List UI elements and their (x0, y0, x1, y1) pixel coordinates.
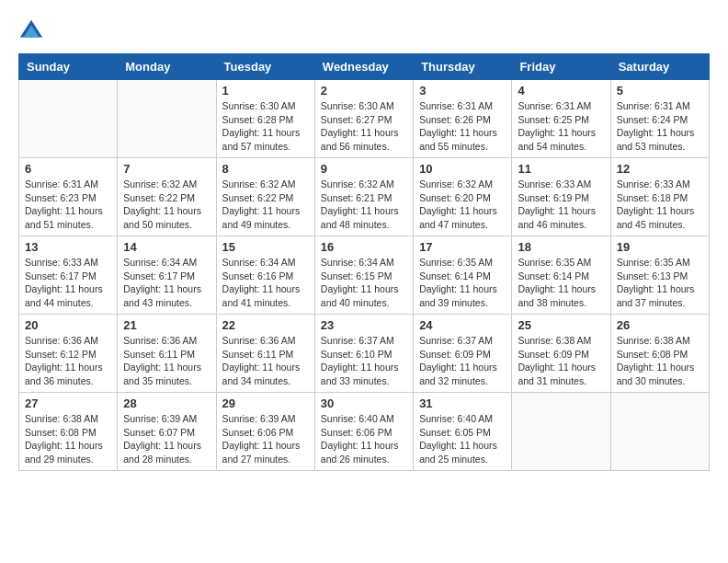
calendar-cell: 20Sunrise: 6:36 AM Sunset: 6:12 PM Dayli… (19, 315, 118, 393)
day-info: Sunrise: 6:40 AM Sunset: 6:06 PM Dayligh… (321, 412, 407, 466)
day-info: Sunrise: 6:39 AM Sunset: 6:06 PM Dayligh… (222, 412, 309, 466)
day-info: Sunrise: 6:35 AM Sunset: 6:14 PM Dayligh… (419, 256, 506, 310)
day-number: 16 (321, 240, 407, 254)
calendar-week-3: 13Sunrise: 6:33 AM Sunset: 6:17 PM Dayli… (19, 236, 710, 315)
day-header-thursday: Thursday (414, 54, 512, 80)
day-info: Sunrise: 6:32 AM Sunset: 6:22 PM Dayligh… (123, 178, 210, 232)
calendar-cell: 11Sunrise: 6:33 AM Sunset: 6:19 PM Dayli… (512, 158, 610, 236)
calendar-cell: 24Sunrise: 6:37 AM Sunset: 6:09 PM Dayli… (414, 315, 512, 393)
calendar-cell: 22Sunrise: 6:36 AM Sunset: 6:11 PM Dayli… (216, 315, 314, 393)
calendar-cell: 4Sunrise: 6:31 AM Sunset: 6:25 PM Daylig… (512, 80, 610, 158)
header-row: SundayMondayTuesdayWednesdayThursdayFrid… (19, 54, 710, 80)
calendar-cell: 9Sunrise: 6:32 AM Sunset: 6:21 PM Daylig… (314, 158, 413, 236)
calendar-header: SundayMondayTuesdayWednesdayThursdayFrid… (19, 54, 710, 80)
day-info: Sunrise: 6:37 AM Sunset: 6:09 PM Dayligh… (419, 334, 506, 388)
day-number: 1 (222, 84, 309, 98)
calendar-cell: 13Sunrise: 6:33 AM Sunset: 6:17 PM Dayli… (19, 236, 118, 315)
calendar-cell: 5Sunrise: 6:31 AM Sunset: 6:24 PM Daylig… (610, 80, 709, 158)
calendar-cell: 18Sunrise: 6:35 AM Sunset: 6:14 PM Dayli… (512, 236, 610, 315)
day-number: 17 (419, 240, 506, 254)
day-number: 18 (518, 240, 604, 254)
day-info: Sunrise: 6:34 AM Sunset: 6:15 PM Dayligh… (321, 256, 407, 310)
day-number: 27 (25, 396, 111, 410)
day-number: 11 (518, 162, 604, 176)
day-number: 31 (419, 396, 506, 410)
day-header-sunday: Sunday (19, 54, 118, 80)
day-number: 5 (617, 84, 703, 98)
calendar-cell: 8Sunrise: 6:32 AM Sunset: 6:22 PM Daylig… (216, 158, 314, 236)
day-number: 3 (419, 84, 506, 98)
calendar-cell (610, 393, 709, 471)
calendar-week-1: 1Sunrise: 6:30 AM Sunset: 6:28 PM Daylig… (19, 80, 710, 158)
page-header (18, 18, 710, 44)
calendar-cell: 28Sunrise: 6:39 AM Sunset: 6:07 PM Dayli… (118, 393, 216, 471)
calendar-cell: 30Sunrise: 6:40 AM Sunset: 6:06 PM Dayli… (314, 393, 413, 471)
calendar-cell: 23Sunrise: 6:37 AM Sunset: 6:10 PM Dayli… (314, 315, 413, 393)
day-number: 10 (419, 162, 506, 176)
day-info: Sunrise: 6:35 AM Sunset: 6:13 PM Dayligh… (617, 256, 703, 310)
day-number: 23 (321, 318, 407, 332)
logo (18, 18, 48, 44)
calendar-cell: 15Sunrise: 6:34 AM Sunset: 6:16 PM Dayli… (216, 236, 314, 315)
calendar-cell (118, 80, 216, 158)
logo-icon (18, 18, 44, 44)
day-info: Sunrise: 6:38 AM Sunset: 6:09 PM Dayligh… (518, 334, 604, 388)
calendar-cell: 27Sunrise: 6:38 AM Sunset: 6:08 PM Dayli… (19, 393, 118, 471)
calendar-week-5: 27Sunrise: 6:38 AM Sunset: 6:08 PM Dayli… (19, 393, 710, 471)
day-info: Sunrise: 6:38 AM Sunset: 6:08 PM Dayligh… (617, 334, 703, 388)
day-number: 29 (222, 396, 309, 410)
day-info: Sunrise: 6:31 AM Sunset: 6:25 PM Dayligh… (518, 99, 604, 154)
day-header-tuesday: Tuesday (216, 54, 314, 80)
calendar-cell: 12Sunrise: 6:33 AM Sunset: 6:18 PM Dayli… (610, 158, 709, 236)
day-number: 28 (123, 396, 210, 410)
day-info: Sunrise: 6:40 AM Sunset: 6:05 PM Dayligh… (419, 412, 506, 466)
calendar-week-2: 6Sunrise: 6:31 AM Sunset: 6:23 PM Daylig… (19, 158, 710, 236)
day-info: Sunrise: 6:37 AM Sunset: 6:10 PM Dayligh… (321, 334, 407, 388)
day-number: 7 (123, 162, 210, 176)
day-info: Sunrise: 6:34 AM Sunset: 6:16 PM Dayligh… (222, 256, 309, 310)
day-header-saturday: Saturday (610, 54, 709, 80)
day-info: Sunrise: 6:32 AM Sunset: 6:21 PM Dayligh… (321, 178, 407, 232)
day-number: 2 (321, 84, 407, 98)
calendar-cell: 16Sunrise: 6:34 AM Sunset: 6:15 PM Dayli… (314, 236, 413, 315)
day-info: Sunrise: 6:36 AM Sunset: 6:11 PM Dayligh… (222, 334, 309, 388)
day-header-friday: Friday (512, 54, 610, 80)
day-info: Sunrise: 6:32 AM Sunset: 6:20 PM Dayligh… (419, 178, 506, 232)
calendar-cell: 19Sunrise: 6:35 AM Sunset: 6:13 PM Dayli… (610, 236, 709, 315)
day-info: Sunrise: 6:35 AM Sunset: 6:14 PM Dayligh… (518, 256, 604, 310)
day-info: Sunrise: 6:30 AM Sunset: 6:28 PM Dayligh… (222, 99, 309, 154)
calendar-cell: 31Sunrise: 6:40 AM Sunset: 6:05 PM Dayli… (414, 393, 512, 471)
day-info: Sunrise: 6:33 AM Sunset: 6:17 PM Dayligh… (25, 256, 111, 310)
calendar-cell: 17Sunrise: 6:35 AM Sunset: 6:14 PM Dayli… (414, 236, 512, 315)
calendar-cell: 26Sunrise: 6:38 AM Sunset: 6:08 PM Dayli… (610, 315, 709, 393)
day-number: 19 (617, 240, 703, 254)
day-info: Sunrise: 6:33 AM Sunset: 6:18 PM Dayligh… (617, 178, 703, 232)
day-info: Sunrise: 6:36 AM Sunset: 6:12 PM Dayligh… (25, 334, 111, 388)
day-number: 14 (123, 240, 210, 254)
day-number: 15 (222, 240, 309, 254)
calendar-cell: 21Sunrise: 6:36 AM Sunset: 6:11 PM Dayli… (118, 315, 216, 393)
calendar-cell (512, 393, 610, 471)
day-header-wednesday: Wednesday (314, 54, 413, 80)
day-info: Sunrise: 6:39 AM Sunset: 6:07 PM Dayligh… (123, 412, 210, 466)
calendar-cell: 29Sunrise: 6:39 AM Sunset: 6:06 PM Dayli… (216, 393, 314, 471)
day-number: 12 (617, 162, 703, 176)
day-number: 22 (222, 318, 309, 332)
day-info: Sunrise: 6:34 AM Sunset: 6:17 PM Dayligh… (123, 256, 210, 310)
day-number: 24 (419, 318, 506, 332)
calendar-body: 1Sunrise: 6:30 AM Sunset: 6:28 PM Daylig… (19, 80, 710, 471)
calendar-cell: 3Sunrise: 6:31 AM Sunset: 6:26 PM Daylig… (414, 80, 512, 158)
day-number: 9 (321, 162, 407, 176)
day-info: Sunrise: 6:36 AM Sunset: 6:11 PM Dayligh… (123, 334, 210, 388)
day-info: Sunrise: 6:30 AM Sunset: 6:27 PM Dayligh… (321, 99, 407, 154)
day-info: Sunrise: 6:31 AM Sunset: 6:23 PM Dayligh… (25, 178, 111, 232)
calendar-cell: 1Sunrise: 6:30 AM Sunset: 6:28 PM Daylig… (216, 80, 314, 158)
day-info: Sunrise: 6:38 AM Sunset: 6:08 PM Dayligh… (25, 412, 111, 466)
calendar-table: SundayMondayTuesdayWednesdayThursdayFrid… (18, 53, 710, 471)
calendar-cell: 2Sunrise: 6:30 AM Sunset: 6:27 PM Daylig… (314, 80, 413, 158)
calendar-cell (19, 80, 118, 158)
day-number: 6 (25, 162, 111, 176)
calendar-cell: 14Sunrise: 6:34 AM Sunset: 6:17 PM Dayli… (118, 236, 216, 315)
calendar-cell: 6Sunrise: 6:31 AM Sunset: 6:23 PM Daylig… (19, 158, 118, 236)
calendar-cell: 7Sunrise: 6:32 AM Sunset: 6:22 PM Daylig… (118, 158, 216, 236)
